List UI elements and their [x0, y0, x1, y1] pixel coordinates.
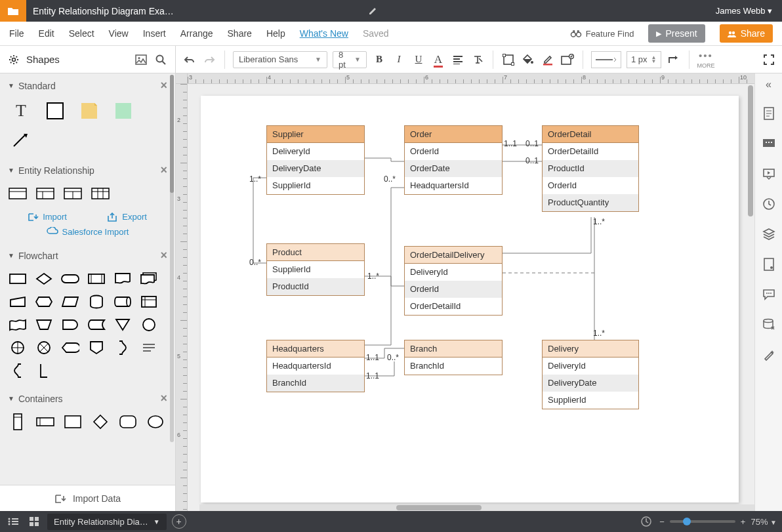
fullscreen-icon[interactable]: [764, 54, 774, 65]
zoom-out[interactable]: −: [659, 517, 665, 527]
entity-orderdetaildelivery[interactable]: OrderDetailDelivery DeliveryId OrderId O…: [404, 246, 503, 316]
menu-select[interactable]: Select: [69, 28, 94, 39]
shape-block[interactable]: [42, 100, 68, 121]
dock-data-icon[interactable]: [762, 257, 776, 272]
entity-delivery[interactable]: Delivery DeliveryId DeliveryDate Supplie…: [542, 340, 639, 409]
close-section-icon[interactable]: ×: [160, 163, 167, 177]
entity-supplier[interactable]: Supplier DeliveryId DeliveryDate Supplie…: [266, 125, 365, 195]
font-size-select[interactable]: 8 pt▼: [333, 51, 367, 68]
er-shape-2[interactable]: [35, 185, 55, 201]
dock-page-icon[interactable]: [762, 106, 776, 121]
line-mode-icon[interactable]: [667, 54, 681, 66]
shape-text[interactable]: T: [8, 100, 34, 121]
panel-scrollbar[interactable]: [170, 75, 174, 442]
section-standard[interactable]: ▼Standard×: [0, 73, 175, 98]
present-button[interactable]: ▶Present: [648, 24, 705, 43]
fc-note[interactable]: [139, 339, 159, 356]
dock-history-icon[interactable]: [762, 197, 776, 211]
zoom-value[interactable]: 75% ▼: [751, 517, 777, 527]
entity-orderdetail[interactable]: OrderDetail OrderDetailId ProductId Orde…: [542, 125, 639, 212]
salesforce-import[interactable]: Salesforce Import: [47, 227, 129, 237]
menu-whatsnew[interactable]: What's New: [300, 28, 348, 39]
menu-insert[interactable]: Insert: [143, 28, 166, 39]
fc-predef[interactable]: [87, 270, 106, 287]
cont-swimlane-h[interactable]: [35, 413, 55, 430]
dock-layers-icon[interactable]: [762, 227, 776, 241]
close-section-icon[interactable]: ×: [160, 79, 167, 92]
line-width-select[interactable]: 1 px▲▼: [627, 51, 661, 68]
fc-database[interactable]: [87, 293, 106, 310]
fc-multidoc[interactable]: [139, 270, 159, 287]
more-tools[interactable]: •••MORE: [697, 50, 715, 69]
fc-delay[interactable]: [60, 316, 80, 333]
canvas[interactable]: Supplier DeliveryId DeliveryDate Supplie…: [188, 84, 754, 511]
document-title[interactable]: Entity Relationship Diagram Exa…: [26, 6, 363, 16]
cont-rect[interactable]: [63, 413, 83, 430]
shape-line[interactable]: [8, 129, 34, 150]
align-icon[interactable]: [451, 55, 465, 64]
dock-db-icon[interactable]: [762, 317, 776, 332]
rename-icon[interactable]: [363, 7, 382, 16]
bold-icon[interactable]: B: [372, 54, 386, 65]
feature-find[interactable]: Feature Find: [570, 29, 634, 39]
line-style-select[interactable]: [591, 51, 621, 68]
collapse-dock-icon[interactable]: «: [762, 76, 776, 91]
cont-roundrect[interactable]: [118, 413, 138, 430]
close-section-icon[interactable]: ×: [160, 249, 167, 262]
menu-arrange[interactable]: Arrange: [180, 28, 213, 39]
er-shape-3[interactable]: [63, 185, 83, 201]
er-shape-1[interactable]: [8, 185, 28, 201]
zoom-slider[interactable]: [670, 520, 735, 523]
fc-decision[interactable]: [34, 270, 54, 287]
section-flowchart[interactable]: ▼Flowchart×: [0, 243, 175, 268]
user-menu[interactable]: James Webb ▾: [706, 6, 782, 16]
menu-file[interactable]: File: [9, 28, 24, 39]
clear-format-icon[interactable]: [470, 54, 485, 65]
fc-offpage[interactable]: [87, 339, 106, 356]
diagram-page[interactable]: Supplier DeliveryId DeliveryDate Supplie…: [201, 96, 739, 502]
canvas-vscroll[interactable]: [748, 85, 754, 216]
gear-icon[interactable]: [8, 54, 20, 66]
outline-toggle-icon[interactable]: [5, 517, 21, 526]
sync-icon[interactable]: [638, 516, 654, 527]
fc-directdata[interactable]: [113, 293, 133, 310]
entity-product[interactable]: Product SupplierId ProductId: [266, 243, 365, 296]
section-er[interactable]: ▼Entity Relationship×: [0, 158, 175, 182]
shape-rect-icon[interactable]: [501, 54, 516, 66]
entity-order[interactable]: Order OrderId OrderDate HeadquartersId: [404, 125, 503, 195]
fc-bracket-left[interactable]: [8, 362, 28, 379]
shape-options-icon[interactable]: [560, 54, 575, 66]
menu-edit[interactable]: Edit: [39, 28, 54, 39]
fc-document[interactable]: [113, 270, 133, 287]
import-action[interactable]: Import: [28, 212, 67, 222]
fc-card[interactable]: [34, 362, 54, 379]
redo-icon[interactable]: [202, 55, 216, 64]
fc-summing[interactable]: [34, 339, 54, 356]
fill-icon[interactable]: [521, 54, 535, 66]
canvas-hscroll[interactable]: [199, 504, 754, 511]
fc-manualop[interactable]: [34, 316, 54, 333]
shape-note[interactable]: [76, 100, 102, 121]
dock-magic-icon[interactable]: [762, 348, 776, 362]
page-tab[interactable]: Entity Relationship Dia…▼: [47, 514, 167, 530]
menu-help[interactable]: Help: [266, 28, 285, 39]
fc-or[interactable]: [8, 339, 28, 356]
fc-process[interactable]: [8, 270, 28, 287]
dock-chat-icon[interactable]: [762, 287, 776, 302]
border-color-icon[interactable]: [541, 54, 555, 66]
close-section-icon[interactable]: ×: [160, 392, 167, 405]
grid-toggle-icon[interactable]: [26, 516, 42, 527]
undo-icon[interactable]: [182, 55, 197, 64]
fc-bracket-right[interactable]: [113, 339, 133, 356]
fc-storeddata[interactable]: [87, 316, 106, 333]
import-data-button[interactable]: Import Data: [0, 485, 175, 511]
search-shapes-icon[interactable]: [154, 54, 167, 66]
folder-icon[interactable]: [0, 0, 26, 22]
fc-internalstorage[interactable]: [139, 293, 159, 310]
fc-papertape[interactable]: [8, 316, 28, 333]
fc-connector[interactable]: [139, 316, 159, 333]
add-page-button[interactable]: +: [172, 514, 186, 529]
fc-display[interactable]: [60, 339, 80, 356]
menu-view[interactable]: View: [109, 28, 129, 39]
italic-icon[interactable]: I: [392, 54, 406, 65]
